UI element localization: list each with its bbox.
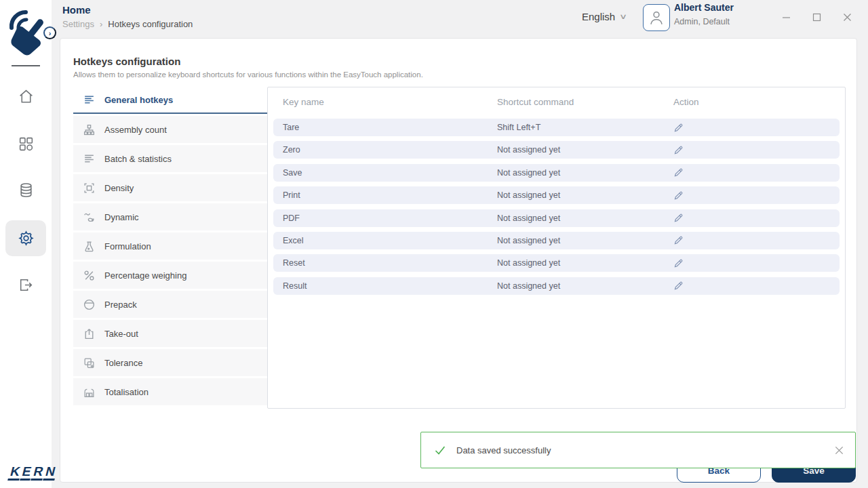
- tab-take-out[interactable]: Take-out: [73, 320, 267, 347]
- breadcrumb: Settings › Hotkeys configuration: [62, 19, 193, 29]
- sidebar-item-settings[interactable]: [0, 230, 52, 247]
- user-icon: [648, 9, 665, 26]
- dynamic-icon: [83, 211, 96, 224]
- tab-formulation[interactable]: Formulation: [73, 232, 267, 260]
- page-title: Hotkeys configuration: [73, 56, 180, 67]
- tab-totalisation[interactable]: Totalisation: [73, 378, 267, 405]
- tab-dynamic[interactable]: Dynamic: [73, 203, 267, 230]
- key-name-cell: Result: [273, 281, 497, 291]
- tab-general-hotkeys[interactable]: General hotkeys: [73, 87, 267, 114]
- breadcrumb-parent[interactable]: Settings: [62, 19, 94, 29]
- tab-batch-statistics[interactable]: Batch & statistics: [73, 145, 267, 172]
- shortcut-cell: Not assigned yet: [497, 214, 673, 223]
- language-value: English: [582, 11, 615, 22]
- prepack-icon: [83, 298, 96, 311]
- apps-grid-icon: [18, 136, 35, 152]
- tab-tolerance[interactable]: Tolerance: [73, 349, 267, 376]
- check-icon: [433, 443, 447, 457]
- edit-shortcut-button[interactable]: [673, 190, 684, 201]
- shortcut-cell: Not assigned yet: [497, 281, 673, 291]
- gear-icon: [18, 230, 35, 247]
- flask-icon: [83, 240, 96, 253]
- column-key-name: Key name: [273, 97, 497, 112]
- key-name-cell: Save: [273, 168, 497, 178]
- shortcut-cell: Not assigned yet: [497, 145, 673, 155]
- sidebar-expand-button[interactable]: ›: [43, 26, 56, 39]
- close-icon[interactable]: [840, 9, 854, 24]
- hotkeys-table: Key name Shortcut command Action Tare Sh…: [267, 87, 846, 409]
- logout-icon: [18, 277, 35, 293]
- hotkeys-tab-list: General hotkeys Assembly count Batch & s…: [73, 87, 267, 407]
- key-name-cell: Excel: [273, 236, 497, 245]
- toast-message: Data saved successfully: [456, 445, 551, 455]
- table-row: PDF Not assigned yet: [273, 209, 840, 227]
- sidebar-item-logout[interactable]: [0, 277, 52, 293]
- table-rows: Tare Shift Left+T Zero Not assigned yet …: [273, 119, 840, 295]
- user-name: Albert Sauter: [674, 2, 734, 13]
- kern-logo: KERN: [7, 465, 59, 481]
- column-shortcut-command: Shortcut command: [497, 97, 673, 112]
- shortcut-cell: Shift Left+T: [497, 123, 673, 132]
- table-row: Excel Not assigned yet: [273, 232, 840, 249]
- assembly-icon: [83, 123, 96, 136]
- table-row: Save Not assigned yet: [273, 164, 840, 182]
- edit-shortcut-button[interactable]: [673, 167, 684, 178]
- tab-assembly-count[interactable]: Assembly count: [73, 116, 267, 143]
- app-window: Back Save Hotkeys configuration Allows t…: [0, 0, 868, 488]
- chevron-right-icon: ›: [49, 29, 52, 37]
- tolerance-icon: [83, 357, 96, 369]
- shortcut-cell: Not assigned yet: [497, 236, 673, 245]
- language-selector[interactable]: English ∨: [582, 11, 626, 22]
- sidebar-item-database[interactable]: [0, 182, 52, 199]
- key-name-cell: Reset: [273, 258, 497, 268]
- chevron-down-icon: ∨: [619, 12, 627, 21]
- shortcut-cell: Not assigned yet: [497, 190, 673, 200]
- page-subtitle: Allows them to personalize keyboard shor…: [73, 70, 423, 79]
- home-icon: [18, 88, 35, 105]
- table-header: Key name Shortcut command Action: [273, 97, 840, 112]
- table-row: Reset Not assigned yet: [273, 254, 840, 272]
- easytouch-logo-icon: [5, 3, 46, 61]
- user-role: Admin, Default: [674, 17, 730, 26]
- avatar[interactable]: [643, 4, 670, 31]
- sidebar: KERN: [0, 0, 52, 488]
- breadcrumb-current: Hotkeys configuration: [108, 19, 193, 29]
- sidebar-item-apps[interactable]: [0, 136, 52, 152]
- table-row: Result Not assigned yet: [273, 277, 840, 295]
- column-action: Action: [673, 97, 840, 112]
- breadcrumb-separator-icon: ›: [100, 19, 102, 29]
- shortcut-cell: Not assigned yet: [497, 168, 673, 178]
- table-row: Zero Not assigned yet: [273, 141, 840, 159]
- key-name-cell: Tare: [273, 123, 497, 132]
- maximize-icon[interactable]: [809, 9, 824, 24]
- key-name-cell: Print: [273, 190, 497, 200]
- totalisation-icon: [83, 386, 96, 399]
- toast-close-icon[interactable]: [834, 445, 844, 455]
- edit-shortcut-button[interactable]: [673, 123, 684, 133]
- database-icon: [18, 182, 35, 199]
- sidebar-divider: [12, 65, 40, 66]
- table-row: Tare Shift Left+T: [273, 119, 840, 136]
- takeout-icon: [83, 327, 96, 340]
- minimize-icon[interactable]: [778, 9, 793, 24]
- tab-prepack[interactable]: Prepack: [73, 291, 267, 318]
- percent-icon: [83, 269, 96, 282]
- tab-percentage-weighing[interactable]: Percentage weighing: [73, 262, 267, 289]
- toast-success: Data saved successfully: [420, 432, 856, 468]
- shortcut-cell: Not assigned yet: [497, 258, 673, 268]
- key-name-cell: PDF: [273, 214, 497, 223]
- list-lines-icon: [83, 152, 96, 165]
- key-name-cell: Zero: [273, 145, 497, 155]
- edit-shortcut-button[interactable]: [673, 258, 684, 268]
- edit-shortcut-button[interactable]: [673, 145, 684, 155]
- edit-shortcut-button[interactable]: [673, 235, 684, 245]
- table-row: Print Not assigned yet: [273, 186, 840, 204]
- tab-density[interactable]: Density: [73, 174, 267, 201]
- edit-shortcut-button[interactable]: [673, 213, 684, 223]
- list-lines-icon: [83, 94, 96, 106]
- sidebar-item-home[interactable]: [0, 88, 52, 105]
- section-title: Home: [62, 4, 91, 16]
- density-icon: [83, 182, 96, 195]
- edit-shortcut-button[interactable]: [673, 281, 684, 291]
